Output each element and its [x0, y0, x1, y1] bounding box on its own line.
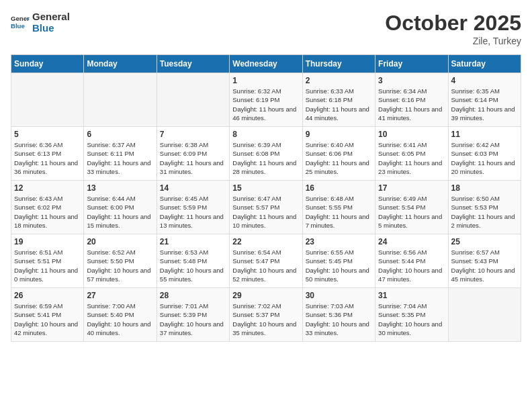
calendar-cell: 24Sunrise: 6:56 AM Sunset: 5:44 PM Dayli…	[375, 234, 448, 288]
day-info: Sunrise: 6:33 AM Sunset: 6:18 PM Dayligh…	[306, 87, 372, 122]
calendar-cell: 11Sunrise: 6:42 AM Sunset: 6:03 PM Dayli…	[448, 127, 521, 181]
calendar-cell: 6Sunrise: 6:37 AM Sunset: 6:11 PM Daylig…	[84, 127, 157, 181]
day-info: Sunrise: 6:37 AM Sunset: 6:11 PM Dayligh…	[87, 140, 153, 176]
month-title: October 2025	[385, 11, 521, 36]
day-info: Sunrise: 6:48 AM Sunset: 5:55 PM Dayligh…	[306, 194, 372, 230]
logo-icon: General Blue	[11, 13, 30, 32]
calendar-cell	[157, 73, 229, 127]
day-info: Sunrise: 7:01 AM Sunset: 5:39 PM Dayligh…	[160, 302, 226, 337]
calendar-cell: 21Sunrise: 6:53 AM Sunset: 5:48 PM Dayli…	[157, 234, 229, 288]
day-number: 4	[451, 76, 518, 85]
calendar-cell	[448, 288, 521, 342]
day-info: Sunrise: 6:56 AM Sunset: 5:44 PM Dayligh…	[378, 248, 445, 283]
day-info: Sunrise: 6:32 AM Sunset: 6:19 PM Dayligh…	[232, 87, 299, 122]
day-number: 23	[306, 237, 372, 246]
day-info: Sunrise: 6:54 AM Sunset: 5:47 PM Dayligh…	[232, 248, 299, 283]
day-number: 10	[378, 130, 445, 139]
calendar-cell: 8Sunrise: 6:39 AM Sunset: 6:08 PM Daylig…	[230, 127, 302, 181]
day-number: 11	[451, 130, 518, 139]
day-info: Sunrise: 6:45 AM Sunset: 5:59 PM Dayligh…	[160, 194, 226, 230]
logo-general-text: General	[32, 11, 70, 22]
day-number: 6	[87, 130, 153, 139]
day-number: 17	[378, 183, 445, 193]
calendar-cell: 2Sunrise: 6:33 AM Sunset: 6:18 PM Daylig…	[302, 73, 375, 127]
day-info: Sunrise: 6:36 AM Sunset: 6:13 PM Dayligh…	[14, 140, 81, 176]
calendar-cell: 28Sunrise: 7:01 AM Sunset: 5:39 PM Dayli…	[157, 288, 229, 342]
day-number: 1	[232, 76, 299, 85]
day-info: Sunrise: 6:50 AM Sunset: 5:53 PM Dayligh…	[451, 194, 518, 230]
day-info: Sunrise: 7:03 AM Sunset: 5:36 PM Dayligh…	[306, 302, 372, 337]
day-info: Sunrise: 6:35 AM Sunset: 6:14 PM Dayligh…	[451, 87, 518, 122]
calendar-week-4: 19Sunrise: 6:51 AM Sunset: 5:51 PM Dayli…	[11, 234, 521, 288]
weekday-header-tuesday: Tuesday	[157, 55, 229, 73]
day-number: 9	[306, 130, 372, 139]
day-number: 18	[451, 183, 518, 193]
calendar-cell: 26Sunrise: 6:59 AM Sunset: 5:41 PM Dayli…	[11, 288, 84, 342]
day-info: Sunrise: 6:53 AM Sunset: 5:48 PM Dayligh…	[160, 248, 226, 283]
calendar-cell: 22Sunrise: 6:54 AM Sunset: 5:47 PM Dayli…	[230, 234, 302, 288]
day-info: Sunrise: 6:59 AM Sunset: 5:41 PM Dayligh…	[14, 302, 81, 337]
day-info: Sunrise: 6:42 AM Sunset: 6:03 PM Dayligh…	[451, 140, 518, 176]
day-info: Sunrise: 6:39 AM Sunset: 6:08 PM Dayligh…	[232, 140, 299, 176]
day-number: 15	[232, 183, 299, 193]
day-info: Sunrise: 6:43 AM Sunset: 6:02 PM Dayligh…	[14, 194, 81, 230]
calendar-cell: 29Sunrise: 7:02 AM Sunset: 5:37 PM Dayli…	[230, 288, 302, 342]
day-info: Sunrise: 6:47 AM Sunset: 5:57 PM Dayligh…	[232, 194, 299, 230]
calendar-cell: 12Sunrise: 6:43 AM Sunset: 6:02 PM Dayli…	[11, 181, 84, 234]
day-number: 16	[306, 183, 372, 193]
day-number: 20	[87, 237, 153, 246]
svg-text:Blue: Blue	[11, 22, 25, 30]
location-text: Zile, Turkey	[385, 36, 521, 46]
day-number: 25	[451, 237, 518, 246]
calendar-week-3: 12Sunrise: 6:43 AM Sunset: 6:02 PM Dayli…	[11, 181, 521, 234]
calendar-cell: 18Sunrise: 6:50 AM Sunset: 5:53 PM Dayli…	[448, 181, 521, 234]
day-info: Sunrise: 6:38 AM Sunset: 6:09 PM Dayligh…	[160, 140, 226, 176]
day-number: 21	[160, 237, 226, 246]
calendar-cell	[84, 73, 157, 127]
day-info: Sunrise: 6:52 AM Sunset: 5:50 PM Dayligh…	[87, 248, 153, 283]
day-info: Sunrise: 6:40 AM Sunset: 6:06 PM Dayligh…	[306, 140, 372, 176]
day-number: 24	[378, 237, 445, 246]
calendar-cell: 1Sunrise: 6:32 AM Sunset: 6:19 PM Daylig…	[230, 73, 302, 127]
title-block: October 2025 Zile, Turkey	[385, 11, 521, 46]
day-info: Sunrise: 7:00 AM Sunset: 5:40 PM Dayligh…	[87, 302, 153, 337]
day-info: Sunrise: 6:49 AM Sunset: 5:54 PM Dayligh…	[378, 194, 445, 230]
calendar-cell: 13Sunrise: 6:44 AM Sunset: 6:00 PM Dayli…	[84, 181, 157, 234]
logo: General Blue General Blue	[11, 11, 70, 34]
day-number: 31	[378, 291, 445, 300]
day-number: 8	[232, 130, 299, 139]
day-info: Sunrise: 6:51 AM Sunset: 5:51 PM Dayligh…	[14, 248, 81, 283]
day-number: 27	[87, 291, 153, 300]
day-number: 28	[160, 291, 226, 300]
calendar-week-5: 26Sunrise: 6:59 AM Sunset: 5:41 PM Dayli…	[11, 288, 521, 342]
calendar-week-1: 1Sunrise: 6:32 AM Sunset: 6:19 PM Daylig…	[11, 73, 521, 127]
day-info: Sunrise: 6:57 AM Sunset: 5:43 PM Dayligh…	[451, 248, 518, 283]
calendar-cell: 16Sunrise: 6:48 AM Sunset: 5:55 PM Dayli…	[302, 181, 375, 234]
calendar-week-2: 5Sunrise: 6:36 AM Sunset: 6:13 PM Daylig…	[11, 127, 521, 181]
day-info: Sunrise: 6:55 AM Sunset: 5:45 PM Dayligh…	[306, 248, 372, 283]
day-number: 26	[14, 291, 81, 300]
calendar-cell: 4Sunrise: 6:35 AM Sunset: 6:14 PM Daylig…	[448, 73, 521, 127]
calendar-table: SundayMondayTuesdayWednesdayThursdayFrid…	[11, 54, 521, 342]
day-info: Sunrise: 6:34 AM Sunset: 6:16 PM Dayligh…	[378, 87, 445, 122]
day-number: 12	[14, 183, 81, 193]
calendar-cell: 19Sunrise: 6:51 AM Sunset: 5:51 PM Dayli…	[11, 234, 84, 288]
weekday-header-sunday: Sunday	[11, 55, 84, 73]
logo-blue-text: Blue	[32, 22, 70, 34]
weekday-header-thursday: Thursday	[302, 55, 375, 73]
day-number: 30	[306, 291, 372, 300]
weekday-header-monday: Monday	[84, 55, 157, 73]
calendar-cell: 20Sunrise: 6:52 AM Sunset: 5:50 PM Dayli…	[84, 234, 157, 288]
calendar-cell	[11, 73, 84, 127]
day-number: 19	[14, 237, 81, 246]
calendar-cell: 31Sunrise: 7:04 AM Sunset: 5:35 PM Dayli…	[375, 288, 448, 342]
weekday-header-friday: Friday	[375, 55, 448, 73]
calendar-cell: 23Sunrise: 6:55 AM Sunset: 5:45 PM Dayli…	[302, 234, 375, 288]
calendar-cell: 15Sunrise: 6:47 AM Sunset: 5:57 PM Dayli…	[230, 181, 302, 234]
calendar-cell: 10Sunrise: 6:41 AM Sunset: 6:05 PM Dayli…	[375, 127, 448, 181]
page-header: General Blue General Blue October 2025 Z…	[11, 11, 521, 46]
day-number: 14	[160, 183, 226, 193]
weekday-header-saturday: Saturday	[448, 55, 521, 73]
calendar-cell: 7Sunrise: 6:38 AM Sunset: 6:09 PM Daylig…	[157, 127, 229, 181]
calendar-header-row: SundayMondayTuesdayWednesdayThursdayFrid…	[11, 55, 521, 73]
